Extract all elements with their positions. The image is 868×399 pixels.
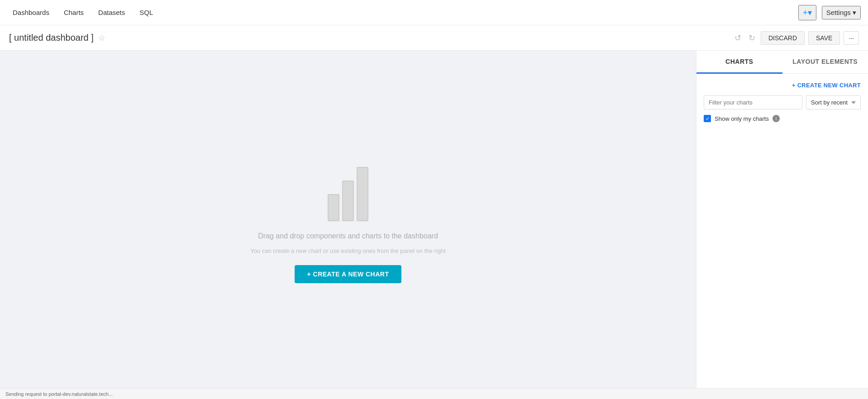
dashboard-title: [ untitled dashboard ] <box>9 33 94 43</box>
filter-charts-input[interactable] <box>704 95 802 109</box>
right-panel: CHARTS LAYOUT ELEMENTS + CREATE NEW CHAR… <box>696 51 868 399</box>
star-icon[interactable]: ☆ <box>98 33 105 43</box>
bar-2 <box>342 180 354 221</box>
status-text: Sending request to portal-dev.naturalsta… <box>5 391 113 397</box>
nav-charts[interactable]: Charts <box>58 5 89 20</box>
top-nav: Dashboards Charts Datasets SQL +▾ Settin… <box>0 0 868 25</box>
info-icon[interactable]: i <box>773 115 780 122</box>
redo-button[interactable]: ↻ <box>747 31 757 45</box>
canvas-create-chart-button[interactable]: + CREATE A NEW CHART <box>295 265 402 283</box>
nav-right: +▾ Settings ▾ <box>798 5 861 20</box>
chart-placeholder-icon <box>328 167 368 221</box>
bar-1 <box>328 194 339 221</box>
main-area: Drag and drop components and charts to t… <box>0 51 868 399</box>
checkmark-icon: ✓ <box>706 116 710 122</box>
show-my-charts-checkbox[interactable]: ✓ <box>704 115 711 122</box>
canvas-drag-title: Drag and drop components and charts to t… <box>258 232 438 240</box>
dashboard-header: [ untitled dashboard ] ☆ ↺ ↻ DISCARD SAV… <box>0 25 868 51</box>
panel-body: + CREATE NEW CHART Sort by recent Sort b… <box>696 74 868 399</box>
discard-button[interactable]: DISCARD <box>761 31 805 45</box>
plus-button[interactable]: +▾ <box>798 5 816 20</box>
status-bar: Sending request to portal-dev.naturalsta… <box>0 388 868 399</box>
nav-dashboards[interactable]: Dashboards <box>7 5 55 20</box>
panel-create-btn-area: + CREATE NEW CHART <box>704 81 861 89</box>
show-my-charts-label: Show only my charts <box>715 115 769 122</box>
tab-charts[interactable]: CHARTS <box>696 51 782 74</box>
canvas-drag-subtitle: You can create a new chart or use existi… <box>250 247 446 254</box>
more-button[interactable]: ··· <box>844 31 859 45</box>
panel-tabs: CHARTS LAYOUT ELEMENTS <box>696 51 868 74</box>
dashboard-canvas: Drag and drop components and charts to t… <box>0 51 696 399</box>
sort-select[interactable]: Sort by recent Sort by name Sort by date <box>806 95 861 109</box>
panel-create-chart-button[interactable]: + CREATE NEW CHART <box>792 82 861 89</box>
nav-left: Dashboards Charts Datasets SQL <box>7 5 158 20</box>
bar-3 <box>357 167 368 221</box>
tab-layout-elements[interactable]: LAYOUT ELEMENTS <box>782 51 868 73</box>
header-actions: ↺ ↻ DISCARD SAVE ··· <box>733 31 859 45</box>
panel-search-row: Sort by recent Sort by name Sort by date <box>704 95 861 109</box>
undo-button[interactable]: ↺ <box>733 31 743 45</box>
show-my-charts-row: ✓ Show only my charts i <box>704 115 861 122</box>
save-button[interactable]: SAVE <box>808 31 840 45</box>
settings-button[interactable]: Settings ▾ <box>822 6 861 19</box>
title-area: [ untitled dashboard ] ☆ <box>9 33 105 43</box>
nav-sql[interactable]: SQL <box>134 5 158 20</box>
nav-datasets[interactable]: Datasets <box>93 5 130 20</box>
